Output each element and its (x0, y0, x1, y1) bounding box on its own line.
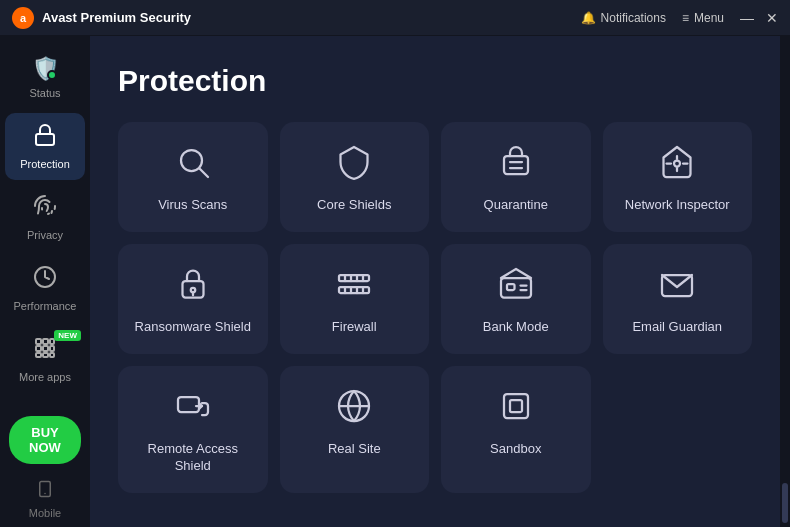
sidebar-protection-label: Protection (20, 158, 70, 170)
sidebar-privacy-label: Privacy (27, 229, 63, 241)
svg-rect-6 (43, 346, 48, 351)
network-inspector-label: Network Inspector (625, 197, 730, 214)
app-name: Avast Premium Security (42, 10, 191, 25)
svg-rect-37 (178, 397, 199, 412)
firewall-label: Firewall (332, 319, 377, 336)
content-area: Protection Virus Scans (90, 36, 780, 527)
svg-line-14 (200, 169, 208, 177)
menu-button[interactable]: ≡ Menu (682, 11, 724, 25)
ransomware-shield-label: Ransomware Shield (135, 319, 251, 336)
svg-point-13 (181, 150, 202, 171)
speedometer-icon (33, 265, 57, 295)
window-controls: — ✕ (740, 11, 778, 25)
remote-access-shield-label: Remote Access Shield (130, 441, 256, 475)
sidebar: 🛡️ Status Protection (0, 36, 90, 527)
scrollbar-thumb[interactable] (782, 483, 788, 523)
sandbox-label: Sandbox (490, 441, 541, 458)
scrollbar-track[interactable] (780, 36, 790, 527)
sidebar-item-more-apps[interactable]: NEW More apps (5, 326, 85, 393)
firewall-icon (336, 266, 372, 307)
titlebar: a Avast Premium Security 🔔 Notifications… (0, 0, 790, 36)
network-icon (659, 144, 695, 185)
close-button[interactable]: ✕ (766, 11, 778, 25)
email-icon (659, 266, 695, 307)
globe-icon (336, 388, 372, 429)
svg-rect-32 (501, 278, 531, 298)
grid-item-virus-scans[interactable]: Virus Scans (118, 122, 268, 232)
svg-rect-10 (50, 353, 54, 357)
buy-now-button[interactable]: BUY NOW (9, 416, 81, 464)
sidebar-item-mobile[interactable]: Mobile (24, 472, 66, 527)
svg-rect-8 (36, 353, 41, 357)
grid-item-quarantine[interactable]: Quarantine (441, 122, 591, 232)
ransomware-icon (175, 266, 211, 307)
svg-rect-41 (510, 400, 522, 412)
svg-rect-23 (339, 287, 369, 293)
grid-item-ransomware-shield[interactable]: Ransomware Shield (118, 244, 268, 354)
grid-item-email-guardian[interactable]: Email Guardian (603, 244, 753, 354)
bell-icon: 🔔 (581, 11, 596, 25)
sidebar-item-performance[interactable]: Performance (5, 255, 85, 322)
grid-item-remote-access-shield[interactable]: Remote Access Shield (118, 366, 268, 493)
app-logo: a Avast Premium Security (12, 7, 191, 29)
svg-rect-15 (504, 156, 528, 174)
minimize-button[interactable]: — (740, 11, 754, 25)
bug-icon (498, 144, 534, 185)
mobile-icon (36, 480, 54, 502)
sidebar-more-apps-label: More apps (19, 371, 71, 383)
protection-grid: Virus Scans Core Shields (118, 122, 752, 493)
sandbox-icon (498, 388, 534, 429)
grid-item-network-inspector[interactable]: Network Inspector (603, 122, 753, 232)
shield-icon (336, 144, 372, 185)
notifications-button[interactable]: 🔔 Notifications (581, 11, 666, 25)
fingerprint-icon (33, 194, 57, 224)
grid-item-firewall[interactable]: Firewall (280, 244, 430, 354)
svg-rect-3 (43, 339, 48, 344)
svg-rect-22 (339, 275, 369, 281)
svg-rect-9 (43, 353, 48, 357)
sidebar-item-protection[interactable]: Protection (5, 113, 85, 180)
search-icon (175, 144, 211, 185)
lock-icon (33, 123, 57, 153)
menu-icon: ≡ (682, 11, 689, 25)
new-badge: NEW (54, 330, 81, 341)
sidebar-mobile-label: Mobile (29, 507, 61, 519)
titlebar-right: 🔔 Notifications ≡ Menu — ✕ (581, 11, 778, 25)
remote-icon (175, 388, 211, 429)
bank-icon (498, 266, 534, 307)
svg-rect-7 (50, 346, 54, 351)
status-icon-wrap: 🛡️ (32, 56, 59, 82)
status-dot (47, 70, 57, 80)
sidebar-performance-label: Performance (14, 300, 77, 312)
svg-rect-0 (36, 134, 54, 145)
page-title: Protection (118, 64, 752, 98)
grid-item-bank-mode[interactable]: Bank Mode (441, 244, 591, 354)
main-layout: 🛡️ Status Protection (0, 36, 790, 527)
sidebar-item-status[interactable]: 🛡️ Status (5, 46, 85, 109)
svg-rect-4 (50, 339, 54, 344)
svg-rect-40 (504, 394, 528, 418)
svg-rect-33 (507, 284, 515, 290)
real-site-label: Real Site (328, 441, 381, 458)
grid-item-real-site[interactable]: Real Site (280, 366, 430, 493)
bank-mode-label: Bank Mode (483, 319, 549, 336)
avast-icon: a (12, 7, 34, 29)
quarantine-label: Quarantine (484, 197, 548, 214)
sidebar-status-label: Status (29, 87, 60, 99)
virus-scans-label: Virus Scans (158, 197, 227, 214)
core-shields-label: Core Shields (317, 197, 391, 214)
grid-item-core-shields[interactable]: Core Shields (280, 122, 430, 232)
svg-rect-5 (36, 346, 41, 351)
svg-rect-2 (36, 339, 41, 344)
svg-point-18 (674, 161, 680, 167)
sidebar-item-privacy[interactable]: Privacy (5, 184, 85, 251)
grid-item-sandbox[interactable]: Sandbox (441, 366, 591, 493)
grid-icon (33, 336, 57, 366)
email-guardian-label: Email Guardian (632, 319, 722, 336)
